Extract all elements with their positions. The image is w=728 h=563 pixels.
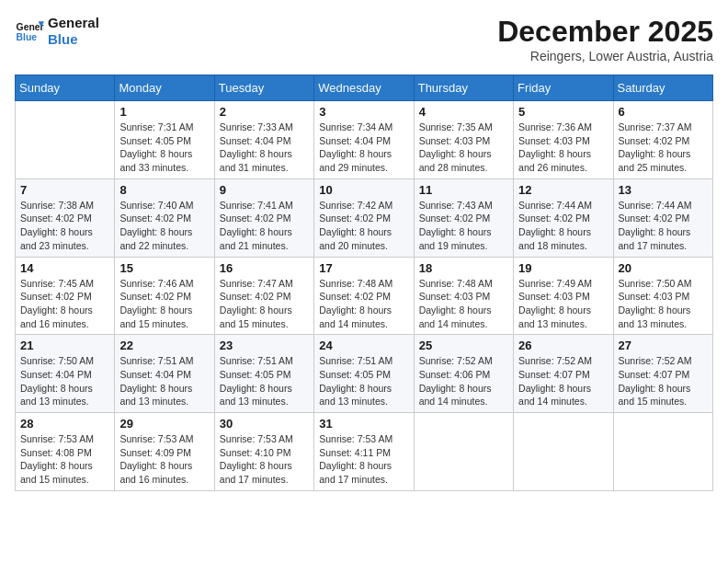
- day-info: Sunrise: 7:51 AMSunset: 4:04 PMDaylight:…: [119, 354, 209, 408]
- day-info: Sunrise: 7:52 AMSunset: 4:07 PMDaylight:…: [518, 354, 608, 408]
- calendar-cell: 26Sunrise: 7:52 AMSunset: 4:07 PMDayligh…: [514, 335, 613, 413]
- location-subtitle: Reingers, Lower Austria, Austria: [497, 49, 713, 63]
- calendar-cell: [16, 101, 115, 179]
- week-row-3: 14Sunrise: 7:45 AMSunset: 4:02 PMDayligh…: [16, 257, 713, 335]
- day-number: 27: [619, 339, 708, 352]
- weekday-header-friday: Friday: [514, 75, 613, 101]
- calendar-cell: 27Sunrise: 7:52 AMSunset: 4:07 PMDayligh…: [613, 335, 712, 413]
- week-row-2: 7Sunrise: 7:38 AMSunset: 4:02 PMDaylight…: [16, 178, 713, 257]
- day-info: Sunrise: 7:53 AMSunset: 4:09 PMDaylight:…: [119, 432, 209, 487]
- day-info: Sunrise: 7:31 AMSunset: 4:05 PMDaylight:…: [119, 121, 209, 175]
- logo: General Blue General Blue: [15, 15, 99, 48]
- calendar-cell: 16Sunrise: 7:47 AMSunset: 4:02 PMDayligh…: [214, 257, 313, 335]
- day-number: 25: [419, 339, 508, 352]
- day-number: 11: [419, 183, 508, 197]
- weekday-header-tuesday: Tuesday: [214, 75, 313, 101]
- day-info: Sunrise: 7:46 AMSunset: 4:02 PMDaylight:…: [119, 277, 209, 331]
- day-info: Sunrise: 7:48 AMSunset: 4:03 PMDaylight:…: [419, 277, 508, 331]
- calendar-cell: 3Sunrise: 7:34 AMSunset: 4:04 PMDaylight…: [314, 101, 414, 179]
- day-info: Sunrise: 7:52 AMSunset: 4:06 PMDaylight:…: [419, 354, 508, 408]
- calendar-table: SundayMondayTuesdayWednesdayThursdayFrid…: [15, 75, 713, 491]
- logo-general: General: [48, 15, 99, 31]
- calendar-cell: 5Sunrise: 7:36 AMSunset: 4:03 PMDaylight…: [514, 101, 613, 179]
- weekday-header-row: SundayMondayTuesdayWednesdayThursdayFrid…: [16, 75, 713, 101]
- day-info: Sunrise: 7:52 AMSunset: 4:07 PMDaylight:…: [619, 354, 708, 408]
- weekday-header-wednesday: Wednesday: [314, 75, 414, 101]
- calendar-cell: 9Sunrise: 7:41 AMSunset: 4:02 PMDaylight…: [214, 178, 313, 257]
- day-info: Sunrise: 7:41 AMSunset: 4:02 PMDaylight:…: [220, 199, 309, 253]
- calendar-cell: 8Sunrise: 7:40 AMSunset: 4:02 PMDaylight…: [115, 178, 214, 257]
- week-row-5: 28Sunrise: 7:53 AMSunset: 4:08 PMDayligh…: [16, 413, 713, 491]
- week-row-1: 1Sunrise: 7:31 AMSunset: 4:05 PMDaylight…: [16, 101, 713, 179]
- calendar-cell: 30Sunrise: 7:53 AMSunset: 4:10 PMDayligh…: [214, 413, 313, 491]
- day-info: Sunrise: 7:53 AMSunset: 4:11 PMDaylight:…: [319, 432, 408, 487]
- day-number: 14: [20, 261, 109, 275]
- day-info: Sunrise: 7:38 AMSunset: 4:02 PMDaylight:…: [20, 199, 109, 253]
- day-number: 21: [20, 339, 109, 352]
- calendar-cell: 31Sunrise: 7:53 AMSunset: 4:11 PMDayligh…: [314, 413, 414, 491]
- day-info: Sunrise: 7:37 AMSunset: 4:02 PMDaylight:…: [619, 121, 708, 175]
- day-number: 15: [119, 261, 209, 275]
- calendar-cell: 6Sunrise: 7:37 AMSunset: 4:02 PMDaylight…: [613, 101, 712, 179]
- day-info: Sunrise: 7:33 AMSunset: 4:04 PMDaylight:…: [220, 121, 309, 175]
- calendar-cell: 17Sunrise: 7:48 AMSunset: 4:02 PMDayligh…: [314, 257, 414, 335]
- calendar-cell: 15Sunrise: 7:46 AMSunset: 4:02 PMDayligh…: [115, 257, 214, 335]
- calendar-cell: [414, 413, 513, 491]
- day-number: 4: [419, 105, 508, 119]
- weekday-header-thursday: Thursday: [414, 75, 513, 101]
- calendar-cell: 13Sunrise: 7:44 AMSunset: 4:02 PMDayligh…: [613, 178, 712, 257]
- day-number: 30: [220, 417, 309, 431]
- day-number: 2: [220, 105, 309, 119]
- day-info: Sunrise: 7:42 AMSunset: 4:02 PMDaylight:…: [319, 199, 408, 253]
- day-number: 19: [518, 261, 608, 275]
- calendar-cell: 22Sunrise: 7:51 AMSunset: 4:04 PMDayligh…: [115, 335, 214, 413]
- calendar-cell: [613, 413, 712, 491]
- day-number: 26: [518, 339, 608, 352]
- calendar-cell: 14Sunrise: 7:45 AMSunset: 4:02 PMDayligh…: [16, 257, 115, 335]
- day-info: Sunrise: 7:44 AMSunset: 4:02 PMDaylight:…: [518, 199, 608, 253]
- day-info: Sunrise: 7:36 AMSunset: 4:03 PMDaylight:…: [518, 121, 608, 175]
- calendar-cell: 4Sunrise: 7:35 AMSunset: 4:03 PMDaylight…: [414, 101, 513, 179]
- weekday-header-monday: Monday: [115, 75, 214, 101]
- day-number: 24: [319, 339, 408, 352]
- month-title: December 2025: [497, 15, 713, 49]
- day-info: Sunrise: 7:53 AMSunset: 4:08 PMDaylight:…: [20, 432, 109, 487]
- day-number: 3: [319, 105, 408, 119]
- day-number: 1: [119, 105, 209, 119]
- day-info: Sunrise: 7:45 AMSunset: 4:02 PMDaylight:…: [20, 277, 109, 331]
- calendar-cell: 11Sunrise: 7:43 AMSunset: 4:02 PMDayligh…: [414, 178, 513, 257]
- day-number: 12: [518, 183, 608, 197]
- day-info: Sunrise: 7:50 AMSunset: 4:04 PMDaylight:…: [20, 354, 109, 408]
- day-info: Sunrise: 7:53 AMSunset: 4:10 PMDaylight:…: [220, 432, 309, 487]
- day-number: 18: [419, 261, 508, 275]
- logo-blue: Blue: [48, 31, 99, 48]
- calendar-cell: 10Sunrise: 7:42 AMSunset: 4:02 PMDayligh…: [314, 178, 414, 257]
- day-info: Sunrise: 7:35 AMSunset: 4:03 PMDaylight:…: [419, 121, 508, 175]
- calendar-cell: 19Sunrise: 7:49 AMSunset: 4:03 PMDayligh…: [514, 257, 613, 335]
- day-info: Sunrise: 7:49 AMSunset: 4:03 PMDaylight:…: [518, 277, 608, 331]
- day-info: Sunrise: 7:48 AMSunset: 4:02 PMDaylight:…: [319, 277, 408, 331]
- logo-icon: General Blue: [15, 18, 44, 44]
- day-info: Sunrise: 7:44 AMSunset: 4:02 PMDaylight:…: [619, 199, 708, 253]
- day-number: 13: [619, 183, 708, 197]
- day-number: 23: [220, 339, 309, 352]
- day-number: 20: [619, 261, 708, 275]
- day-number: 22: [119, 339, 209, 352]
- day-info: Sunrise: 7:34 AMSunset: 4:04 PMDaylight:…: [319, 121, 408, 175]
- day-number: 16: [220, 261, 309, 275]
- title-block: December 2025 Reingers, Lower Austria, A…: [497, 15, 713, 63]
- day-info: Sunrise: 7:47 AMSunset: 4:02 PMDaylight:…: [220, 277, 309, 331]
- day-info: Sunrise: 7:50 AMSunset: 4:03 PMDaylight:…: [619, 277, 708, 331]
- day-number: 8: [119, 183, 209, 197]
- calendar-cell: 28Sunrise: 7:53 AMSunset: 4:08 PMDayligh…: [16, 413, 115, 491]
- day-number: 28: [20, 417, 109, 431]
- page-header: General Blue General Blue December 2025 …: [15, 15, 713, 63]
- day-number: 9: [220, 183, 309, 197]
- calendar-cell: 29Sunrise: 7:53 AMSunset: 4:09 PMDayligh…: [115, 413, 214, 491]
- day-info: Sunrise: 7:51 AMSunset: 4:05 PMDaylight:…: [220, 354, 309, 408]
- day-number: 17: [319, 261, 408, 275]
- calendar-cell: 20Sunrise: 7:50 AMSunset: 4:03 PMDayligh…: [613, 257, 712, 335]
- calendar-cell: 7Sunrise: 7:38 AMSunset: 4:02 PMDaylight…: [16, 178, 115, 257]
- svg-text:Blue: Blue: [17, 32, 38, 42]
- day-number: 5: [518, 105, 608, 119]
